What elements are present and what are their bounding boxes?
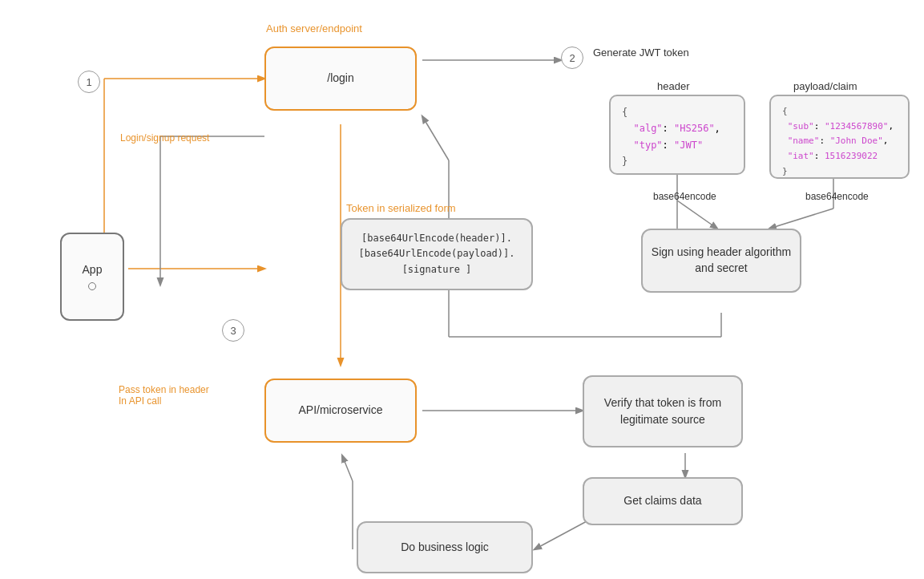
token-serialized-box: [base64UrlEncode(header)].[base64UrlEnco… [341,218,533,290]
step-1-badge: 1 [78,71,100,93]
base64-label-2: base64encode [805,191,869,202]
generate-jwt-label: Generate JWT token [593,47,689,59]
svg-line-9 [677,200,717,229]
header-code-box: { "alg": "HS256", "typ": "JWT" } [609,95,745,175]
token-serialized-label: Token in serialized form [346,202,456,214]
svg-line-19 [342,456,353,481]
step-2-badge: 2 [561,47,583,69]
step-3-badge: 3 [222,319,244,342]
claims-box: Get claims data [583,477,743,525]
app-box: App [60,233,124,321]
login-box: /login [264,47,417,111]
login-request-label: Login/signup request [120,132,209,144]
sign-box: Sign using header algorithm and secret [641,229,801,293]
svg-line-13 [422,116,449,160]
verify-box: Verify that token is from legitimate sou… [583,375,743,447]
auth-server-label: Auth server/endpoint [266,22,362,34]
header-label: header [657,80,689,92]
api-box: API/microservice [264,379,417,443]
base64-label-1: base64encode [653,191,716,202]
svg-line-8 [769,209,833,229]
business-box: Do business logic [357,521,533,573]
pass-token-label: Pass token in header In API call [119,373,209,407]
payload-code-box: { "sub": "1234567890", "name": "John Doe… [769,95,910,179]
payload-label: payload/claim [793,80,857,92]
app-home-button [88,282,96,290]
